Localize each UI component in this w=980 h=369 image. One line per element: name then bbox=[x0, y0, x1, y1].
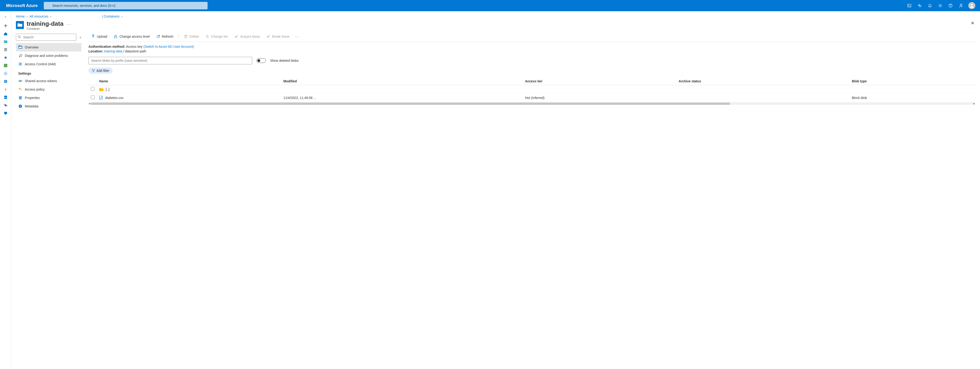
rail-functions-icon[interactable] bbox=[1, 86, 10, 93]
rail-all-services-icon[interactable] bbox=[1, 46, 10, 53]
breadcrumb-home[interactable]: Home bbox=[16, 14, 25, 18]
blob-archive-status bbox=[676, 94, 850, 102]
help-icon[interactable] bbox=[945, 0, 956, 11]
rail-home-icon[interactable] bbox=[1, 30, 10, 37]
svg-rect-46 bbox=[19, 96, 20, 99]
row-checkbox[interactable] bbox=[91, 87, 94, 91]
rail-resource-groups-icon[interactable] bbox=[1, 70, 10, 77]
menu-access-policy[interactable]: Access policy bbox=[16, 85, 81, 94]
svg-rect-49 bbox=[19, 97, 20, 97]
refresh-button[interactable]: Refresh bbox=[153, 34, 176, 39]
rail-expand-icon[interactable]: » bbox=[1, 13, 10, 21]
svg-point-40 bbox=[21, 63, 22, 64]
info-icon bbox=[18, 104, 22, 108]
svg-rect-21 bbox=[6, 66, 7, 67]
blob-type bbox=[850, 85, 975, 94]
menu-metadata[interactable]: Metadata bbox=[16, 102, 81, 110]
svg-rect-20 bbox=[5, 66, 6, 67]
notifications-icon[interactable] bbox=[925, 0, 935, 11]
row-checkbox[interactable] bbox=[91, 95, 94, 99]
brand-logo[interactable]: Microsoft Azure bbox=[2, 3, 41, 8]
svg-point-38 bbox=[21, 55, 21, 56]
rail-favorites-icon[interactable] bbox=[1, 54, 10, 61]
feedback-icon[interactable] bbox=[956, 0, 966, 11]
svg-rect-50 bbox=[20, 98, 21, 99]
svg-rect-14 bbox=[5, 64, 6, 65]
menu-iam[interactable]: Access Control (IAM) bbox=[16, 60, 81, 68]
menu-label: Diagnose and solve problems bbox=[25, 54, 68, 57]
svg-point-3 bbox=[940, 5, 941, 6]
show-deleted-toggle[interactable] bbox=[256, 58, 266, 63]
breadcrumb-containers[interactable]: | Containers bbox=[102, 14, 119, 18]
svg-rect-17 bbox=[5, 65, 6, 66]
upload-button[interactable]: Upload bbox=[89, 34, 110, 39]
table-row[interactable]: [..] bbox=[89, 85, 975, 94]
rail-create-icon[interactable] bbox=[1, 22, 10, 30]
svg-rect-15 bbox=[6, 64, 7, 65]
rail-sql-icon[interactable]: SQL bbox=[1, 94, 10, 101]
title-more-icon[interactable]: ··· bbox=[67, 22, 71, 27]
menu-diagnose[interactable]: Diagnose and solve problems bbox=[16, 51, 81, 60]
add-filter-button[interactable]: Add filter bbox=[89, 68, 113, 74]
scroll-right-icon[interactable]: ► bbox=[973, 102, 975, 105]
button-label: Delete bbox=[189, 35, 199, 38]
header-name[interactable]: Name bbox=[97, 78, 281, 85]
svg-rect-57 bbox=[185, 36, 187, 38]
close-icon[interactable]: ✕ bbox=[971, 21, 974, 26]
menu-shared-tokens[interactable]: Shared access tokens bbox=[16, 77, 81, 85]
breadcrumb-all-resources[interactable]: All resources bbox=[30, 14, 48, 18]
menu-overview[interactable]: Overview bbox=[16, 43, 81, 51]
header-access-tier[interactable]: Access tier bbox=[523, 78, 676, 85]
collapse-menu-icon[interactable]: « bbox=[80, 35, 81, 39]
rail-cosmos-icon[interactable] bbox=[1, 102, 10, 109]
delete-button: Delete bbox=[181, 34, 202, 39]
svg-point-42 bbox=[20, 80, 22, 82]
change-tier-button: Change tier bbox=[203, 34, 231, 39]
global-search-input[interactable] bbox=[44, 2, 208, 10]
svg-rect-36 bbox=[19, 45, 20, 46]
button-label: Change tier bbox=[211, 35, 228, 38]
page-title-row: training-data Container ··· ✕ bbox=[11, 20, 980, 34]
svg-point-33 bbox=[18, 35, 20, 38]
rail-monitor-icon[interactable] bbox=[1, 110, 10, 117]
menu-properties[interactable]: Properties bbox=[16, 94, 81, 102]
change-access-button[interactable]: Change access level bbox=[111, 34, 152, 39]
svg-rect-37 bbox=[19, 46, 22, 48]
break-lease-button: Break lease bbox=[264, 34, 292, 39]
svg-rect-13 bbox=[4, 64, 5, 65]
horizontal-scrollbar[interactable]: ◄ ► bbox=[89, 102, 975, 105]
scroll-left-icon[interactable]: ◄ bbox=[89, 102, 91, 105]
page-subtitle: Container bbox=[27, 27, 64, 30]
auth-value: Access key bbox=[126, 45, 143, 48]
file-icon bbox=[99, 96, 103, 100]
blob-name: [..] bbox=[106, 87, 110, 91]
toggle-knob bbox=[258, 59, 260, 62]
user-avatar[interactable] bbox=[968, 2, 975, 9]
directories-icon[interactable] bbox=[915, 0, 925, 11]
resource-menu-search-input[interactable] bbox=[16, 34, 76, 41]
blob-archive-status bbox=[676, 85, 850, 94]
svg-rect-30 bbox=[5, 114, 6, 115]
scrollbar-thumb[interactable] bbox=[91, 102, 730, 105]
header-modified[interactable]: Modified bbox=[281, 78, 523, 85]
blob-table: Name Modified Access tier Archive status… bbox=[89, 78, 975, 102]
overview-icon bbox=[18, 45, 22, 49]
svg-rect-18 bbox=[6, 65, 7, 66]
rail-dashboard-icon[interactable] bbox=[1, 38, 10, 45]
blob-prefix-search-input[interactable] bbox=[89, 57, 252, 64]
blob-access-tier: Hot (Inferred) bbox=[523, 94, 676, 102]
topbar-icons bbox=[904, 0, 966, 11]
auth-switch-link[interactable]: (Switch to Azure AD User Account) bbox=[143, 45, 194, 48]
rail-app-services-icon[interactable] bbox=[1, 78, 10, 85]
location-root-link[interactable]: training-data bbox=[104, 49, 123, 53]
toolbar-more-icon[interactable]: ··· bbox=[293, 34, 301, 39]
settings-icon[interactable] bbox=[935, 0, 945, 11]
table-row[interactable]: diabetes.csv 11/4/2022, 11:49:58 … Hot (… bbox=[89, 94, 975, 102]
svg-rect-2 bbox=[908, 4, 911, 7]
header-blob-type[interactable]: Blob type bbox=[850, 78, 975, 85]
header-archive-status[interactable]: Archive status bbox=[676, 78, 850, 85]
container-icon bbox=[16, 21, 24, 29]
rail-all-resources-icon[interactable] bbox=[1, 62, 10, 69]
cloud-shell-icon[interactable] bbox=[904, 0, 915, 11]
show-deleted-label: Show deleted blobs bbox=[270, 59, 299, 62]
